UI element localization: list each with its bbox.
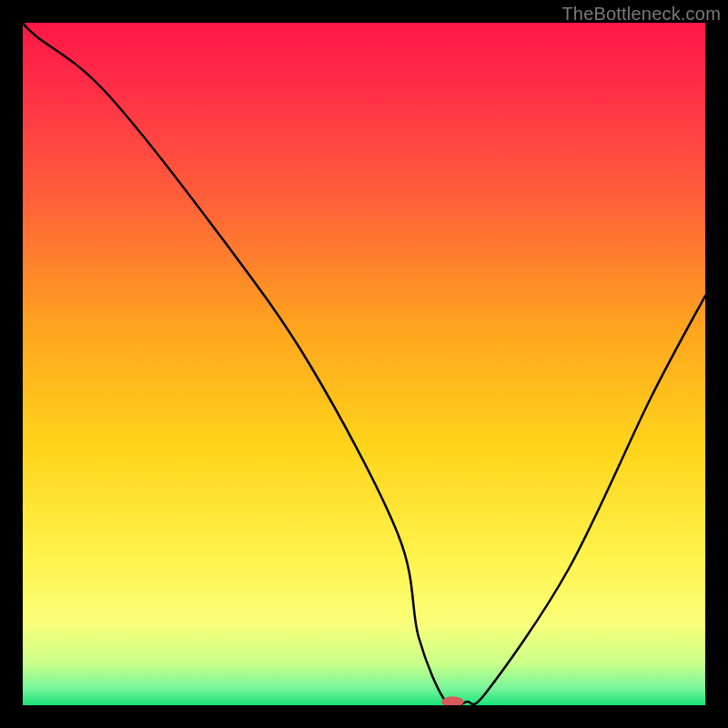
plot-area [23,23,705,705]
chart-svg [23,23,705,705]
chart-frame: TheBottleneck.com [0,0,728,728]
gradient-background [23,23,705,705]
watermark-text: TheBottleneck.com [561,4,721,25]
